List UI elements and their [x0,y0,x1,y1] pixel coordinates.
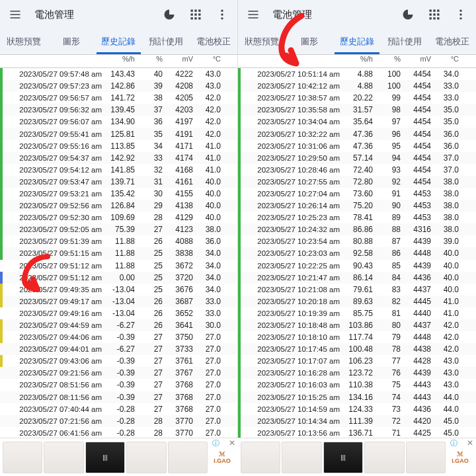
table-row[interactable]: 2023/05/27 10:20:18 am89.6382444541.0 [238,296,476,307]
table-row[interactable]: 2023/05/27 09:44:59 am-6.2726364130.0 [0,319,237,331]
table-row[interactable]: 2023/05/27 09:54:37 am142.9233417441.0 [0,152,237,164]
table-row[interactable]: 2023/05/27 08:51:56 am-0.3927376827.0 [0,379,237,391]
table-row[interactable]: 2023/05/27 10:23:54 am80.8887443939.0 [238,235,476,247]
table-row[interactable]: 2023/05/27 10:21:47 am86.1484443640.0 [238,272,476,284]
table-body[interactable]: 2023/05/27 10:51:14 am4.88100445434.0202… [238,68,476,438]
table-row[interactable]: 2023/05/27 07:21:56 am-0.2828377027.0 [0,415,237,427]
table-row[interactable]: 2023/05/27 10:19:39 am85.7581444041.0 [238,307,476,319]
table-row[interactable]: 2023/05/27 10:17:07 am106.2377442843.0 [238,355,476,367]
table-row[interactable]: 2023/05/27 09:51:12 am0.0025372034.0 [0,272,237,284]
table-row[interactable]: 2023/05/27 10:25:23 am78.4189445338.0 [238,212,476,223]
more-icon[interactable] [450,3,472,26]
ad-thumb[interactable] [364,442,404,473]
ad-thumb[interactable] [241,442,280,473]
pie-icon[interactable] [397,3,419,26]
table-row[interactable]: 2023/05/27 09:56:57 am141.7238420542.0 [0,92,237,104]
more-icon[interactable] [211,3,233,26]
table-row[interactable]: 2023/05/27 10:31:06 am47.3695445436.0 [238,140,476,152]
tab-0[interactable]: 狀態預覽 [238,29,286,54]
table-row[interactable]: 2023/05/27 09:44:06 am-0.3927375027.0 [0,331,237,343]
table-row[interactable]: 2023/05/27 07:40:44 am-0.2827376827.0 [0,403,237,415]
tab-3[interactable]: 預計使用 [142,29,190,54]
table-row[interactable]: 2023/05/27 09:51:12 am11.8825367234.0 [0,260,237,272]
table-row[interactable]: 2023/05/27 10:42:12 am4.88100445433.0 [238,80,476,92]
table-row[interactable]: 2023/05/27 09:57:48 am143.4340422243.0 [0,68,237,80]
table-row[interactable]: 2023/05/27 10:34:04 am35.6497445435.0 [238,116,476,128]
table-row[interactable]: 2023/05/27 09:53:47 am139.7131416140.0 [0,176,237,188]
table-row[interactable]: 2023/05/27 10:38:57 am20.2299445433.0 [238,92,476,104]
tab-4[interactable]: 電池校正 [428,29,476,54]
cell-rate: -0.39 [104,333,137,342]
tab-1[interactable]: 圖形 [48,29,95,54]
menu-icon[interactable] [4,3,26,26]
ad-info-icon[interactable]: ⓘ [450,438,457,448]
grid-icon[interactable] [423,3,446,26]
table-row[interactable]: 2023/05/27 09:52:05 am75.3927412338.0 [0,223,237,235]
table-row[interactable]: 2023/05/27 09:55:41 am125.8135419142.0 [0,128,237,139]
table-row[interactable]: 2023/05/27 09:54:12 am141.8532416841.0 [0,164,237,176]
table-body[interactable]: 2023/05/27 09:57:48 am143.4340422243.020… [0,68,237,438]
ad-banner[interactable]: ||| ℳI.GAO ⓘ ✕ [238,438,476,476]
table-row[interactable]: 2023/05/27 10:21:08 am79.6183443740.0 [238,284,476,296]
table-row[interactable]: 2023/05/27 10:14:34 am111.3972442045.0 [238,415,476,427]
ad-banner[interactable]: ||| ℳI.GAO ⓘ ✕ [0,438,238,476]
table-row[interactable]: 2023/05/27 09:56:07 am134.9036419742.0 [0,116,237,128]
table-row[interactable]: 2023/05/27 08:11:56 am-0.3927376827.0 [0,391,237,403]
table-row[interactable]: 2023/05/27 10:18:48 am103.8680443742.0 [238,319,476,331]
tab-4[interactable]: 電池校正 [190,29,237,54]
ad-thumb[interactable] [168,442,208,473]
table-row[interactable]: 2023/05/27 09:52:30 am109.6928412940.0 [0,212,237,223]
table-row[interactable]: 2023/05/27 10:51:14 am4.88100445434.0 [238,68,476,80]
tab-0[interactable]: 狀態預覽 [0,29,48,54]
table-row[interactable]: 2023/05/27 09:53:21 am135.4230415540.0 [0,188,237,200]
table-row[interactable]: 2023/05/27 10:29:50 am57.1494445437.0 [238,152,476,164]
ad-thumb[interactable] [44,442,83,473]
table-row[interactable]: 2023/05/27 10:14:59 am124.3373443644.0 [238,403,476,415]
table-row[interactable]: 2023/05/27 09:49:35 am-13.0425367634.0 [0,284,237,296]
table-row[interactable]: 2023/05/27 10:26:14 am75.2090445338.0 [238,200,476,212]
table-row[interactable]: 2023/05/27 10:27:55 am72.8092445438.0 [238,176,476,188]
ad-close-icon[interactable]: ✕ [467,438,473,448]
menu-icon[interactable] [242,3,264,26]
ad-thumb[interactable] [3,442,42,473]
ad-thumb[interactable] [126,442,166,473]
table-row[interactable]: 2023/05/27 09:52:56 am126.8429413840.0 [0,200,237,212]
ad-thumb[interactable] [406,442,446,473]
table-row[interactable]: 2023/05/27 09:49:17 am-13.0426368733.0 [0,296,237,307]
table-row[interactable]: 2023/05/27 09:21:56 am-0.3927376727.0 [0,367,237,379]
pie-icon[interactable] [158,3,180,26]
table-row[interactable]: 2023/05/27 10:27:04 am73.6091445338.0 [238,188,476,200]
table-row[interactable]: 2023/05/27 10:28:46 am72.4093445437.0 [238,164,476,176]
table-row[interactable]: 2023/05/27 09:51:39 am11.8826408836.0 [0,235,237,247]
tab-2[interactable]: 歷史記錄 [333,29,381,54]
table-row[interactable]: 2023/05/27 09:51:15 am11.8825383834.0 [0,247,237,259]
tab-2[interactable]: 歷史記錄 [95,29,143,54]
table-row[interactable]: 2023/05/27 10:17:45 am100.4878443842.0 [238,343,476,355]
table-row[interactable]: 2023/05/27 10:32:22 am47.3696445436.0 [238,128,476,139]
grid-icon[interactable] [184,3,207,26]
table-row[interactable]: 2023/05/27 10:16:03 am110.3875444343.0 [238,379,476,391]
ad-info-icon[interactable]: ⓘ [212,438,219,448]
tab-1[interactable]: 圖形 [286,29,333,54]
table-row[interactable]: 2023/05/27 10:15:25 am134.1674444344.0 [238,391,476,403]
ad-thumb[interactable] [282,442,321,473]
table-row[interactable]: 2023/05/27 10:23:03 am92.5886444840.0 [238,247,476,259]
table-row[interactable]: 2023/05/27 10:16:28 am123.7276443943.0 [238,367,476,379]
ad-close-icon[interactable]: ✕ [229,438,235,448]
table-row[interactable]: 2023/05/27 10:24:32 am86.8688431638.0 [238,223,476,235]
ad-thumb[interactable]: ||| [85,442,125,473]
table-row[interactable]: 2023/05/27 09:56:32 am139.4537420342.0 [0,104,237,116]
table-row[interactable]: 2023/05/27 06:41:56 am-0.2828377027.0 [0,427,237,438]
table-row[interactable]: 2023/05/27 09:44:01 am-6.2727373327.0 [0,343,237,355]
cell-temp: 27.0 [195,333,223,342]
table-row[interactable]: 2023/05/27 10:22:25 am90.4385443940.0 [238,260,476,272]
table-row[interactable]: 2023/05/27 09:55:16 am113.8534417141.0 [0,140,237,152]
table-row[interactable]: 2023/05/27 10:13:56 am136.7171442545.0 [238,427,476,438]
ad-thumb[interactable]: ||| [323,442,363,473]
table-row[interactable]: 2023/05/27 09:49:16 am-13.0426365233.0 [0,307,237,319]
table-row[interactable]: 2023/05/27 10:35:58 am31.5798445435.0 [238,104,476,116]
table-row[interactable]: 2023/05/27 09:57:23 am142.8639420843.0 [0,80,237,92]
tab-3[interactable]: 預計使用 [381,29,428,54]
table-row[interactable]: 2023/05/27 09:43:06 am-0.3927376127.0 [0,355,237,367]
table-row[interactable]: 2023/05/27 10:18:10 am117.7479444842.0 [238,331,476,343]
